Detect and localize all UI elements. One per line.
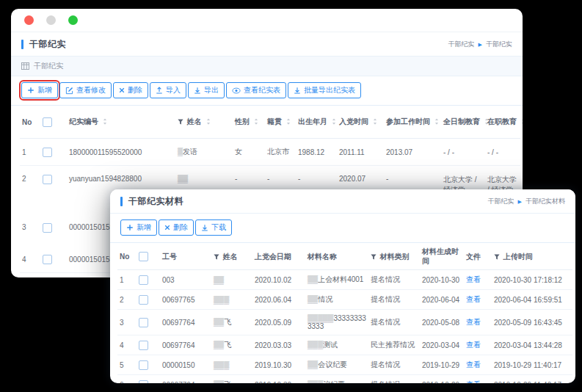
row-checkbox[interactable] (139, 295, 148, 305)
row-checkbox[interactable] (139, 341, 148, 350)
table-row: 1 180000011595520000 ▒发语 女 北京市 1988.12 2… (20, 139, 520, 166)
column-header[interactable]: 在职教育 (485, 106, 520, 139)
column-header[interactable]: 性别 (233, 106, 265, 139)
row-checkbox[interactable] (139, 318, 148, 327)
row-checkbox[interactable] (139, 360, 148, 370)
sort-icon[interactable] (254, 118, 258, 125)
breadcrumb-item: 干部纪实材料 (525, 197, 565, 206)
column-header[interactable]: 参加工作时间 (384, 106, 441, 139)
select-all-checkbox[interactable] (139, 252, 148, 261)
tab-bar: 干部纪实 (11, 57, 523, 76)
plus-icon (27, 87, 34, 94)
view-file-link[interactable]: 查看 (466, 295, 481, 303)
toolbar-button[interactable]: 新增 (120, 219, 157, 236)
sort-icon[interactable] (286, 118, 291, 125)
toolbar-button[interactable]: 批量导出纪实表 (288, 82, 361, 98)
row-checkbox[interactable] (139, 380, 148, 384)
column-header[interactable]: 姓名 (175, 106, 233, 139)
breadcrumb-item[interactable]: 干部纪实 (448, 40, 475, 49)
material-category-cell: 提名情况 (368, 355, 420, 375)
column-header[interactable]: 籍贯 (265, 106, 296, 139)
column-header[interactable]: 上党会日期 (252, 243, 305, 270)
checkbox-cell (137, 270, 160, 290)
table-row: 1 003 ▒▒ 2020.10.02 ▒▒上会材料4001 提名情况 2020… (117, 270, 572, 290)
toolbar-button[interactable]: 查看修改 (59, 82, 112, 98)
sort-icon[interactable] (332, 118, 336, 125)
row-checkbox[interactable] (139, 275, 148, 285)
column-header[interactable]: 材料类别 (368, 243, 420, 270)
toolbar-button-label: 导出 (204, 86, 219, 95)
view-file-link[interactable]: 查看 (466, 380, 481, 383)
toolbar-button[interactable]: 删除 (159, 219, 194, 236)
row-checkbox[interactable] (43, 255, 52, 264)
toolbar-button[interactable]: 删除 (113, 82, 148, 98)
column-header[interactable]: No (117, 243, 137, 270)
column-header[interactable]: 姓名 (211, 243, 252, 270)
breadcrumb-separator-icon: ▶ (479, 42, 482, 47)
column-header[interactable]: 上传时间 (492, 243, 572, 270)
filter-icon[interactable] (494, 254, 500, 260)
column-label: No (120, 253, 129, 261)
column-header[interactable]: 入党时间 (337, 106, 384, 139)
view-file-link[interactable]: 查看 (466, 275, 481, 283)
column-label: 姓名 (187, 117, 202, 126)
breadcrumb-item[interactable]: 干部纪实 (488, 197, 514, 206)
sort-icon[interactable] (206, 118, 211, 125)
row-checkbox[interactable] (43, 148, 52, 157)
column-header[interactable]: 全日制教育 (441, 106, 485, 139)
eye-icon (232, 87, 241, 94)
name-cell: ▒▒▒ (211, 355, 252, 375)
sort-icon[interactable] (434, 118, 439, 125)
column-header[interactable]: 材料名称 (305, 243, 368, 270)
breadcrumb: 干部纪实 ▶ 干部纪实材料 (488, 197, 565, 206)
sort-icon[interactable] (373, 118, 377, 125)
material-name-cell: ▒▒▒议纪要 (305, 375, 368, 384)
column-header[interactable] (137, 243, 160, 270)
meeting-date-cell: 2020.10.02 (252, 270, 305, 290)
column-header[interactable]: 纪实编号 (67, 106, 175, 139)
view-file-link[interactable]: 查看 (466, 360, 481, 369)
column-label: 材料名称 (308, 253, 337, 261)
sort-icon[interactable] (103, 118, 107, 125)
toolbar-button[interactable]: 下载 (195, 219, 232, 236)
column-header[interactable]: 出生年月 (296, 106, 337, 139)
minimize-window-button[interactable] (46, 15, 56, 25)
filter-icon[interactable] (371, 254, 377, 260)
sort-icon[interactable] (521, 118, 523, 125)
material-category-cell: 提名情况 (368, 270, 420, 290)
zoom-window-button[interactable] (68, 15, 78, 25)
select-all-checkbox[interactable] (43, 117, 52, 127)
column-header[interactable]: 工号 (160, 243, 211, 270)
table-icon (21, 62, 29, 70)
toolbar-button[interactable]: 导出 (188, 82, 225, 98)
toolbar-button[interactable]: 查看纪实表 (226, 82, 286, 98)
row-checkbox[interactable] (43, 175, 52, 184)
close-icon (119, 87, 125, 93)
work-date-cell: 2013.07 (384, 139, 441, 166)
page-header: 干部纪实 干部纪实 ▶ 干部纪实 (11, 32, 523, 57)
toolbar-button-label: 导入 (166, 86, 181, 95)
title-accent-bar (21, 40, 23, 49)
view-file-link[interactable]: 查看 (466, 318, 481, 326)
row-index: 3 (20, 214, 40, 247)
employee-id-cell: 00697764 (160, 335, 211, 355)
filter-icon[interactable] (178, 119, 183, 125)
column-label: 参加工作时间 (386, 117, 430, 126)
table-header-row: No 工号 (117, 243, 572, 270)
column-header[interactable]: 材料生成时间 (420, 243, 464, 270)
row-checkbox[interactable] (43, 223, 52, 233)
onjob-education-cell: - / - (485, 139, 520, 166)
column-header[interactable]: 文件 (464, 243, 492, 270)
row-index: 3 (117, 310, 137, 335)
close-window-button[interactable] (24, 15, 34, 25)
name-cell: ▒▒飞 (211, 375, 252, 384)
view-file-link[interactable]: 查看 (466, 341, 481, 349)
toolbar-button[interactable]: 新增 (21, 82, 58, 98)
toolbar-button[interactable]: 导入 (150, 82, 186, 98)
filter-icon[interactable] (214, 254, 219, 260)
column-header[interactable]: No (20, 106, 40, 139)
column-label: 上党会日期 (255, 253, 291, 261)
meeting-date-cell: 2020.03.03 (252, 335, 305, 355)
tab-label[interactable]: 干部纪实 (34, 61, 63, 71)
column-header[interactable] (40, 106, 67, 139)
